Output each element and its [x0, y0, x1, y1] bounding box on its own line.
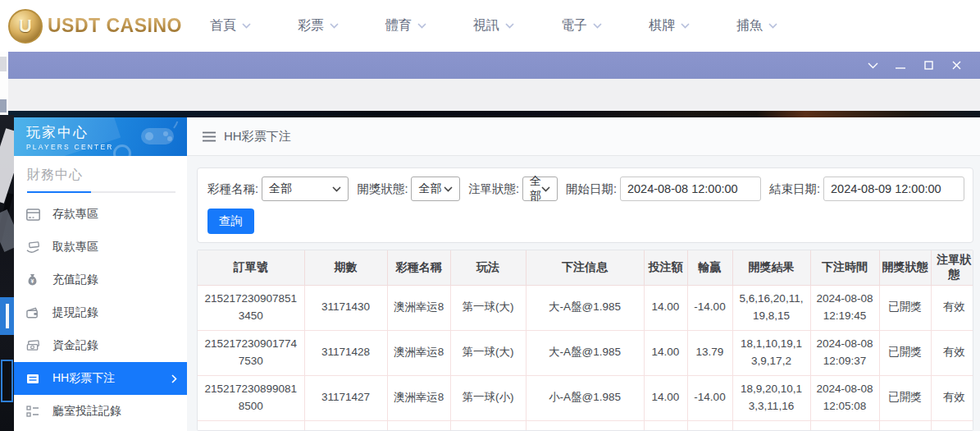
- sidebar-item-room-bet-records[interactable]: 廳室投註記錄: [14, 395, 187, 428]
- sidebar-item-label: 取款專區: [52, 240, 98, 254]
- sidebar-item-label: HH彩票下注: [52, 371, 115, 386]
- nav-item-video[interactable]: 視訊: [473, 17, 514, 34]
- bets-table: 訂單號期數彩種名稱玩法下注信息投注額輸贏開獎結果下注時間開獎狀態注單狀態 215…: [197, 250, 973, 431]
- cell-order-status: 有效: [931, 375, 973, 420]
- order-status-select[interactable]: 全部: [522, 177, 558, 201]
- lottery-name-select[interactable]: 全部: [262, 177, 349, 201]
- screen: U USDT CASINO 首頁彩票體育視訊電子棋牌捕魚: [0, 0, 980, 431]
- section-label: 財務中心: [27, 167, 175, 184]
- site-logo[interactable]: U USDT CASINO: [8, 9, 182, 44]
- hamburger-menu-icon[interactable]: [203, 131, 216, 142]
- sidebar-item-deposit[interactable]: 存款專區: [14, 198, 187, 231]
- maximize-icon: [924, 61, 933, 70]
- cell-bet-info: [526, 420, 644, 431]
- search-button[interactable]: 查詢: [207, 209, 254, 234]
- cell-play-type: 第一球(大): [450, 330, 526, 375]
- sidebar-item-recharge-record[interactable]: ¥ 充值記錄: [14, 264, 187, 296]
- cell-bet-amount: 14.00: [644, 330, 687, 375]
- table-header-row: 訂單號期數彩種名稱玩法下注信息投注額輸贏開獎結果下注時間開獎狀態注單狀態: [198, 250, 973, 285]
- table-row: 215217230907851345031171430澳洲幸运8第一球(大)大-…: [198, 285, 973, 330]
- cell-bet-time: 2024-08-08 12:05:08: [810, 375, 879, 420]
- chevron-down-icon: [332, 186, 341, 192]
- sidebar-item-label: 資金記錄: [52, 338, 98, 353]
- minimize-icon: [896, 61, 905, 71]
- cell-draw-result: [732, 420, 810, 431]
- background-graffiti-strip: [0, 115, 14, 431]
- players-center-header: 玩家中心 PLAYERS CENTER: [14, 117, 187, 156]
- deposit-card-icon: [26, 208, 40, 222]
- column-header-draw-status: 開獎狀態: [879, 250, 931, 285]
- sidebar-item-label: 廳室投註記錄: [52, 404, 121, 419]
- cell-order-status: 有效: [931, 330, 973, 375]
- wallet-icon: [26, 306, 40, 320]
- cell-draw-result: 18,9,20,10,13,3,11,16: [732, 375, 810, 420]
- draw-status-select[interactable]: 全部: [411, 177, 460, 201]
- chevron-down-icon: [417, 23, 426, 29]
- banknotes-icon: [26, 339, 40, 353]
- cell-lottery-name: 澳洲幸运8: [387, 330, 450, 375]
- cell-bet-time: [810, 420, 879, 431]
- main-content: HH彩票下注 彩種名稱: 全部 開獎狀態: 全部: [187, 117, 980, 431]
- cell-period: 31171430: [304, 285, 387, 330]
- breadcrumb: HH彩票下注: [187, 117, 980, 156]
- sidebar-item-withdraw[interactable]: 取款專區: [14, 231, 187, 264]
- order-status-label: 注單狀態:: [468, 181, 519, 197]
- nav-item-chess[interactable]: 棋牌: [649, 17, 690, 34]
- chevron-down-icon: [681, 23, 690, 29]
- sidebar-item-withdrawal-record[interactable]: 提現記錄: [14, 296, 187, 329]
- cell-lottery-name: 澳洲幸运8: [387, 285, 450, 330]
- cell-bet-info: 小-A盤@1.985: [526, 375, 644, 420]
- nav-item-lottery[interactable]: 彩票: [298, 17, 339, 34]
- table-row: 215217230899081850031171427澳洲幸运8第一球(小)小-…: [198, 375, 973, 420]
- start-date-input[interactable]: [620, 177, 761, 201]
- chevron-down-icon: [330, 23, 339, 29]
- window-dropdown-button[interactable]: [860, 56, 885, 76]
- end-date-input[interactable]: [823, 177, 964, 201]
- cell-order-status: 有效: [931, 285, 973, 330]
- nav-item-sports[interactable]: 體育: [385, 17, 426, 34]
- cell-draw-result: 5,6,16,20,11,19,8,15: [732, 285, 810, 330]
- player-center-window: 玩家中心 PLAYERS CENTER 財務中心 存: [8, 52, 980, 431]
- cell-draw-result: 18,1,10,19,13,9,17,2: [732, 330, 810, 375]
- sidebar-item-funds-record[interactable]: 資金記錄: [14, 329, 187, 362]
- cell-period: 31171428: [304, 330, 387, 375]
- nav-item-slots[interactable]: 電子: [561, 17, 602, 34]
- cell-period: 31171427: [304, 375, 387, 420]
- window-minimize-button[interactable]: [888, 56, 913, 76]
- lottery-name-label: 彩種名稱:: [207, 181, 258, 197]
- cell-bet-info: 大-A盤@1.985: [526, 285, 644, 330]
- room-records-icon: [26, 405, 40, 419]
- cell-order-id: 2152172309078513450: [198, 285, 304, 330]
- cell-win-loss: 13.79: [687, 330, 732, 375]
- cell-bet-time: 2024-08-08 12:09:37: [810, 330, 879, 375]
- column-header-order-status: 注單狀態: [931, 250, 973, 285]
- cell-bet-time: 2024-08-08 12:19:45: [810, 285, 879, 330]
- section-underline: [27, 191, 175, 193]
- gamepad-icon: [138, 122, 180, 149]
- cell-bet-info: 大-A盤@1.985: [526, 330, 644, 375]
- sidebar-item-label: 提現記錄: [52, 305, 98, 320]
- window-maximize-button[interactable]: [916, 56, 941, 76]
- window-close-button[interactable]: [944, 56, 969, 76]
- cell-bet-amount: 14.00: [644, 375, 687, 420]
- nav-item-home[interactable]: 首頁: [210, 17, 251, 34]
- column-header-bet-info: 下注信息: [526, 250, 644, 285]
- cell-lottery-name: 澳洲幸运8: [387, 375, 450, 420]
- cell-order-status: [931, 420, 973, 431]
- cell-order-id: 2152172308990818500: [198, 375, 304, 420]
- chevron-down-icon: [768, 23, 777, 29]
- sidebar-item-hh-lottery-bets[interactable]: HH彩票下注: [8, 362, 187, 395]
- cell-win-loss: -14.00: [687, 285, 732, 330]
- cell-draw-status: 已開獎: [879, 330, 931, 375]
- cell-draw-status: 已開獎: [879, 285, 931, 330]
- nav-item-fishing[interactable]: 捕魚: [736, 17, 777, 34]
- chevron-down-icon: [242, 23, 251, 29]
- cell-bet-amount: 14.00: [644, 285, 687, 330]
- usdt-coin-icon: U: [8, 9, 43, 44]
- table-row: 215217230901774753031171428澳洲幸运8第一球(大)大-…: [198, 330, 973, 375]
- page-title: HH彩票下注: [224, 129, 291, 144]
- sidebar-item-label: 存款專區: [52, 207, 98, 222]
- filter-panel: 彩種名稱: 全部 開獎狀態: 全部 注單狀態: 全部: [197, 167, 973, 243]
- hand-money-icon: [26, 241, 40, 254]
- cell-period: [304, 420, 387, 431]
